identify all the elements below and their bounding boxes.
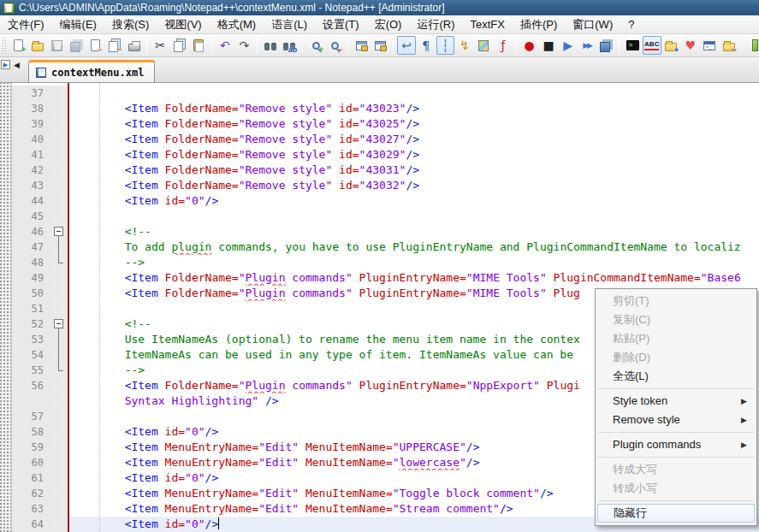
fold-margin[interactable] [51, 193, 68, 209]
line-number[interactable]: 44 [12, 193, 51, 209]
code-text[interactable]: <Item FolderName="Remove style" id="4302… [68, 132, 759, 147]
find-in-files-button[interactable]: ● [662, 36, 681, 55]
menu-bar-item-7[interactable]: 设置(T) [315, 15, 367, 34]
macro-stop-button[interactable]: ■ [539, 36, 558, 55]
fold-margin[interactable] [51, 440, 68, 455]
menu-bar-item-13[interactable]: ? [620, 16, 642, 33]
line-number[interactable]: 57 [12, 409, 51, 424]
find-button[interactable] [261, 36, 280, 55]
code-text[interactable]: <Item FolderName="Remove style" id="4302… [68, 101, 759, 116]
context-menu-item-paste[interactable]: 粘贴(P) [597, 329, 755, 348]
fold-margin[interactable] [51, 224, 68, 239]
line-number[interactable]: 45 [12, 209, 51, 224]
zoom-out-button[interactable]: − [326, 36, 345, 55]
menu-bar-item-9[interactable]: 运行(R) [409, 15, 462, 34]
copy-button[interactable] [170, 36, 189, 55]
spell-check-button[interactable]: ABC [643, 36, 661, 55]
code-text[interactable]: To add plugin commands, you have to use … [68, 239, 759, 255]
code-text[interactable] [68, 86, 759, 101]
fold-margin[interactable] [51, 101, 68, 116]
fold-margin[interactable] [51, 86, 68, 101]
open-file-button[interactable] [28, 36, 47, 55]
undo-button[interactable]: ↶ [216, 36, 234, 55]
folder-as-workspace-button[interactable]: ∞ [720, 36, 738, 55]
line-number[interactable]: 54 [12, 347, 51, 363]
fold-margin[interactable] [51, 255, 68, 270]
fold-margin[interactable] [51, 393, 68, 409]
line-number[interactable]: 48 [12, 255, 51, 270]
code-text[interactable]: --> [68, 255, 759, 270]
fold-collapse-icon[interactable] [54, 227, 63, 236]
line-number[interactable]: 41 [12, 147, 51, 163]
menu-bar-item-11[interactable]: 插件(P) [513, 15, 565, 34]
fold-margin[interactable] [51, 378, 68, 393]
line-number[interactable]: 55 [12, 363, 51, 378]
context-menu-item-copy[interactable]: 复制(C) [597, 310, 755, 329]
save-all-button[interactable] [67, 36, 86, 55]
new-file-button[interactable]: + [9, 36, 28, 55]
line-number[interactable]: 60 [12, 455, 51, 470]
console-window-button[interactable] [701, 36, 720, 55]
close-file-button[interactable]: − [86, 36, 105, 55]
fold-margin[interactable] [51, 316, 68, 332]
fold-margin[interactable] [51, 409, 68, 424]
macro-play-button[interactable]: ▶ [559, 36, 578, 55]
code-text[interactable]: <Item FolderName="Plugin commands" Plugi… [68, 270, 759, 286]
show-all-characters-button[interactable]: ¶ [417, 36, 436, 55]
line-number[interactable]: 40 [12, 132, 51, 147]
context-menu-item-to-lowercase[interactable]: 转成小写 [597, 479, 755, 498]
menu-bar-item-2[interactable]: 编辑(E) [52, 15, 104, 34]
fold-margin[interactable] [51, 270, 68, 286]
document-map-button[interactable] [475, 36, 494, 55]
macro-record-button[interactable]: ● [520, 36, 539, 55]
line-number[interactable]: 53 [12, 332, 51, 347]
menu-bar-item-3[interactable]: 搜索(S) [104, 15, 157, 34]
line-number[interactable]: 51 [12, 301, 51, 316]
line-number[interactable]: 39 [12, 116, 51, 132]
menu-bar-item-1[interactable]: 文件(F) [0, 15, 52, 34]
menu-bar-item-12[interactable]: 窗口(W) [565, 15, 620, 34]
cut-button[interactable]: ✂ [151, 36, 169, 55]
word-wrap-button[interactable]: ↩ [397, 36, 416, 55]
code-text[interactable]: <Item FolderName="Remove style" id="4302… [68, 147, 759, 163]
line-number[interactable]: 37 [12, 86, 51, 101]
fold-margin[interactable] [51, 132, 68, 147]
line-number[interactable]: 62 [12, 486, 51, 501]
code-text[interactable]: <!-- [68, 224, 759, 239]
fold-collapse-icon[interactable] [54, 319, 63, 328]
docked-panel-grip[interactable] [0, 83, 12, 532]
line-number[interactable]: 47 [12, 239, 51, 255]
plugin-heart-button[interactable]: ♥ [681, 36, 700, 55]
context-menu-item-remove-style[interactable]: Remove style▶ [597, 411, 755, 429]
code-text[interactable]: <Item FolderName="Remove style" id="4303… [68, 178, 759, 193]
context-menu-item-hide-lines[interactable]: 隐藏行 [597, 504, 755, 523]
fold-margin[interactable] [51, 147, 68, 163]
clipped-toolbar-icon[interactable] [739, 36, 759, 55]
line-number[interactable]: 52 [12, 316, 51, 332]
context-menu-item-cut[interactable]: 剪切(T) [597, 292, 755, 310]
code-text[interactable]: <Item FolderName="Remove style" id="4303… [68, 163, 759, 178]
fold-margin[interactable] [51, 347, 68, 363]
fold-margin[interactable] [51, 116, 68, 132]
indent-guide-button[interactable]: ┆ [436, 36, 455, 55]
menu-bar-item-4[interactable]: 视图(V) [157, 15, 209, 34]
macro-run-multiple-button[interactable]: ▶▶ [578, 36, 596, 55]
macro-save-button[interactable] [597, 36, 616, 55]
line-number[interactable]: 61 [12, 470, 51, 486]
fold-margin[interactable] [51, 286, 68, 301]
fold-margin[interactable] [51, 470, 68, 486]
line-number[interactable]: 46 [12, 224, 51, 239]
print-button[interactable] [125, 36, 144, 55]
line-number[interactable]: 58 [12, 424, 51, 440]
fold-margin[interactable] [51, 178, 68, 193]
fold-margin[interactable] [51, 301, 68, 316]
dock-expand-button[interactable]: ▶ [1, 60, 10, 69]
context-menu-item-select-all[interactable]: 全选(L) [597, 367, 755, 386]
zoom-in-button[interactable]: + [306, 36, 325, 55]
fold-margin[interactable] [51, 455, 68, 470]
redo-button[interactable]: ↷ [235, 36, 254, 55]
line-number[interactable]: 49 [12, 270, 51, 286]
close-all-button[interactable]: − [105, 36, 124, 55]
fold-margin[interactable] [51, 486, 68, 501]
line-number[interactable]: 42 [12, 163, 51, 178]
